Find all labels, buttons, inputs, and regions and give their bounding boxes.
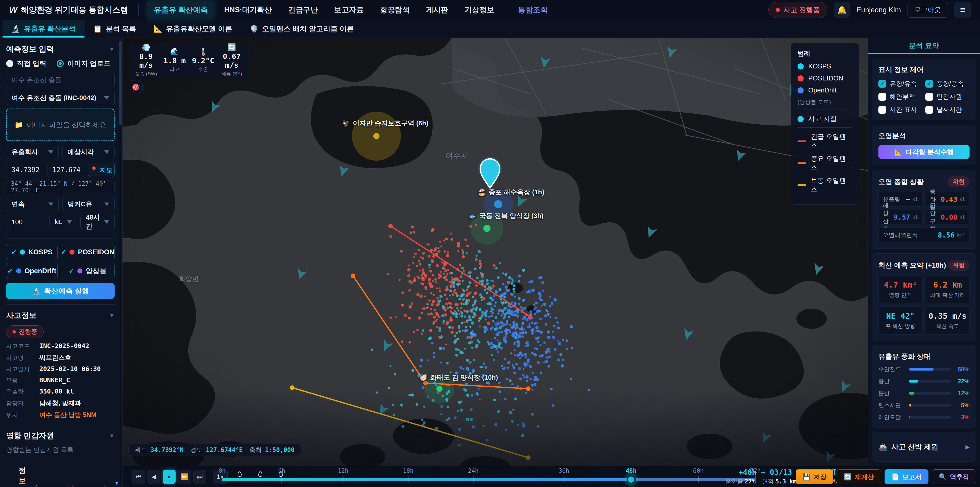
incident-name-input[interactable]: [6, 73, 115, 87]
tick-60h: 60h: [693, 467, 704, 474]
pick-on-map-button[interactable]: 📍 지도: [88, 163, 115, 177]
trace-button[interactable]: 🔍역추적: [932, 469, 976, 484]
checkbox-icon[interactable]: [878, 106, 886, 113]
layers-all-off-button[interactable]: 전체 끄기: [72, 485, 106, 487]
nav-item-긴급구난[interactable]: 긴급구난: [282, 1, 325, 19]
display-option-유향/유속[interactable]: ✓유향/유속: [878, 80, 923, 88]
polygon-analysis-label: 다각형 분석수행: [905, 148, 954, 156]
nav-item-통합조회[interactable]: 통합조회: [508, 1, 554, 19]
latitude-input[interactable]: [6, 163, 44, 177]
incident-select-value: 여수 유조선 충돌 (INC-0042): [11, 93, 96, 102]
collapse-icon[interactable]: ▼: [109, 46, 115, 53]
display-option-풍향/풍속[interactable]: ✓풍향/풍속: [925, 80, 970, 88]
weathering-percent: 5%: [955, 402, 969, 409]
display-option-날짜시간[interactable]: 날짜시간: [925, 105, 970, 114]
recenter-incident-button[interactable]: 🎯: [129, 80, 143, 94]
nav-item-HNS·대기확산[interactable]: HNS·대기확산: [218, 1, 278, 19]
logout-button[interactable]: 로그아웃: [907, 2, 948, 18]
model-chip-OpenDrift[interactable]: ✓OpenDrift: [6, 263, 58, 279]
spill-type-select[interactable]: 연속: [6, 197, 59, 211]
weathering-label: 분산: [878, 390, 905, 397]
check-icon: ✓: [68, 267, 74, 275]
nav-item-게시판[interactable]: 게시판: [419, 1, 455, 19]
incident-row-유출량: 유출량350.00 kl: [6, 388, 115, 396]
site-label[interactable]: 🦪화태도 김 양식장 (10h): [419, 373, 498, 382]
nav-item-기상정보[interactable]: 기상정보: [458, 1, 501, 19]
notifications-button[interactable]: 🔔: [834, 2, 850, 18]
nav-item-항공탐색[interactable]: 항공탐색: [373, 1, 416, 19]
weathering-bar-fill: [909, 392, 914, 394]
panel-사고 선박 제원[interactable]: 🚢사고 선박 제원▶: [872, 432, 976, 462]
status-unit: kl: [912, 196, 918, 202]
tick-12h: 12h: [338, 467, 348, 474]
display-option-해안부착[interactable]: 해안부착: [878, 93, 923, 101]
map-canvas[interactable]: 여수시화양면 🦅여자만 습지보호구역 (6h)🏖️종포 해수욕장 (1h)🐟국동…: [123, 38, 868, 466]
longitude-input[interactable]: [47, 163, 85, 177]
display-option-시간 표시[interactable]: 시간 표시: [878, 105, 923, 114]
collapse-icon[interactable]: ▼: [109, 312, 115, 319]
duration-select[interactable]: 48시간: [80, 215, 115, 229]
city-label-화양면: 화양면: [179, 275, 199, 283]
step-back-button[interactable]: ◀: [148, 469, 160, 484]
timeline-scrubber[interactable]: [627, 475, 636, 484]
tab-boom-theory[interactable]: 🛡️오일펜스 배치 알고리즘 이론: [241, 20, 363, 38]
site-label[interactable]: 🐟국동 전복 양식장 (3h): [469, 211, 544, 220]
skip-start-button[interactable]: ⏮: [132, 469, 145, 484]
run-prediction-button[interactable]: 🔬 확산예측 실행: [6, 283, 115, 299]
checkbox-icon[interactable]: [878, 93, 886, 101]
radio-직접 입력[interactable]: 직접 입력: [6, 59, 46, 68]
unit-select[interactable]: kL: [49, 215, 78, 229]
tab-analysis-list[interactable]: 📋분석 목록: [84, 20, 145, 38]
report-button[interactable]: 📄보고서: [885, 469, 928, 484]
sidebar-scrollbar-thumb[interactable]: [119, 41, 121, 125]
collapse-icon[interactable]: ▼: [109, 433, 115, 439]
model-chip-POSEIDON[interactable]: ✓POSEIDON: [61, 244, 115, 260]
run-label: 확산예측 실행: [44, 286, 89, 296]
nav-item-보고자료[interactable]: 보고자료: [328, 1, 370, 19]
model-chip-앙상블[interactable]: ✓앙상블: [61, 263, 115, 279]
display-option-민감자원[interactable]: 민감자원: [925, 93, 970, 101]
recalc-button[interactable]: 🔄재계산: [837, 469, 881, 484]
hamburger-icon: ≡: [960, 5, 965, 15]
amount-input[interactable]: [6, 215, 46, 229]
hamburger-menu-button[interactable]: ≡: [955, 2, 971, 18]
legend-model-POSEIDON: POSEIDON: [797, 74, 852, 82]
timeline-track[interactable]: 0h6h12h18h24h36h48h60h72h: [222, 466, 756, 487]
polygon-analysis-button[interactable]: 📐 다각형 분석수행: [878, 145, 969, 159]
model-name: OpenDrift: [24, 267, 56, 275]
layers-all-on-button[interactable]: 전체 켜기: [35, 485, 69, 487]
checkbox-checked-icon[interactable]: ✓: [925, 80, 933, 88]
site-label[interactable]: 🏖️종포 해수욕장 (1h): [478, 188, 544, 196]
stat-label: 풍화율: [725, 478, 745, 485]
model-chip-KOSPS[interactable]: ✓KOSPS: [6, 244, 58, 260]
tab-model-theory[interactable]: 📐유출유확산모델 이론: [145, 20, 241, 38]
site-label[interactable]: 🦅여자만 습지보호구역 (6h): [342, 119, 428, 128]
tab-spill-analysis[interactable]: 🔬유출유 확산분석: [3, 20, 84, 38]
fast-forward-button[interactable]: ⏩: [178, 469, 191, 484]
save-button[interactable]: 💾저장: [796, 469, 833, 484]
checkbox-icon[interactable]: [925, 106, 933, 113]
analysis-summary-tab[interactable]: 분석 요약: [868, 38, 980, 54]
predict-input-title: 예측정보 입력: [6, 44, 54, 54]
legend-dot-icon: [797, 63, 803, 69]
weathering-수면잔류: 수면잔류58%: [878, 366, 969, 373]
model-name: POSEIDON: [78, 248, 115, 256]
image-upload-dropzone[interactable]: 📁 이미지 파일을 선택하세요: [6, 109, 115, 141]
chevron-down-icon: [104, 220, 109, 224]
tick-mark: [222, 476, 223, 483]
model-name: KOSPS: [28, 248, 52, 256]
checkbox-checked-icon[interactable]: ✓: [878, 80, 886, 88]
company-select[interactable]: 유출회사: [6, 145, 59, 159]
nav-item-유출유 확산예측[interactable]: 유출유 확산예측: [147, 1, 215, 19]
radio-dot-icon: [6, 60, 13, 67]
pause-button[interactable]: ⏸: [163, 469, 176, 484]
expected-time-select[interactable]: 예상시각: [62, 145, 115, 159]
skip-end-button[interactable]: ⏭: [193, 469, 206, 484]
oil-type-select[interactable]: 벙커C유: [62, 197, 115, 211]
checkbox-icon[interactable]: [925, 93, 933, 101]
risk-badge: 위험: [948, 176, 969, 187]
incident-select[interactable]: 여수 유조선 충돌 (INC-0042): [6, 91, 115, 105]
radio-이미지 업로드[interactable]: 이미지 업로드: [57, 59, 111, 68]
pollution-analysis-title: 오염분석: [878, 131, 969, 141]
status-dot-icon: [776, 8, 780, 12]
